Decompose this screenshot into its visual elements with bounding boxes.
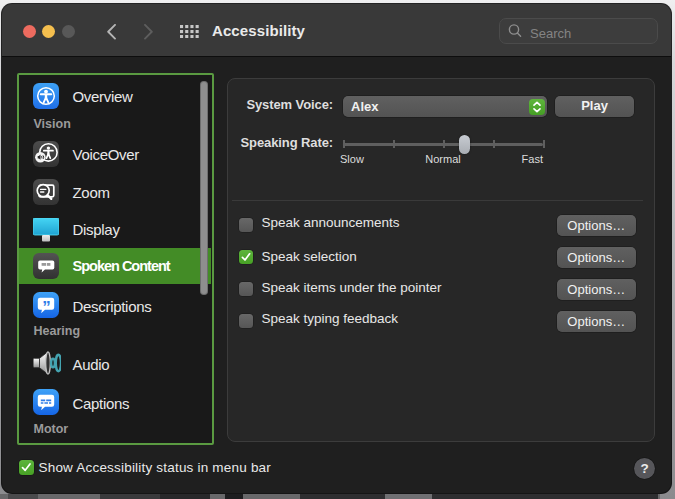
svg-text:”: ” bbox=[42, 298, 51, 317]
